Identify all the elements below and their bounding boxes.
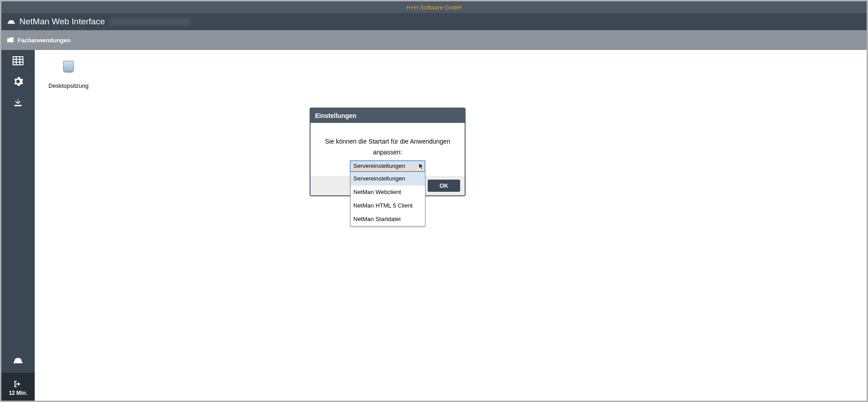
start-type-select[interactable]: Servereinstellungen: [350, 161, 425, 172]
ok-button[interactable]: OK: [428, 180, 460, 192]
sidebar-item-grid[interactable]: [1, 56, 35, 65]
app-root: H+H Software GmbH NetMan Web Interface F…: [1, 1, 867, 401]
dialog-title: Einstellungen: [311, 108, 465, 123]
app-logo-icon: [7, 18, 16, 25]
logout-timer: 12 Min.: [9, 390, 27, 396]
select-value: Servereinstellungen: [353, 161, 405, 171]
desktop-session-icon: [63, 61, 74, 72]
folder-icon: [7, 37, 14, 43]
dropdown-option-webclient[interactable]: NetMan Webclient: [351, 185, 425, 199]
dropdown-option-startdatei[interactable]: NetMan Startdatei: [351, 212, 425, 226]
sidebar-item-session[interactable]: [1, 348, 35, 373]
start-type-select-wrap: Servereinstellungen Servereinstellungen …: [350, 161, 425, 172]
company-name: H+H Software GmbH: [407, 4, 461, 11]
sidebar-item-download[interactable]: [1, 98, 35, 108]
dialog-body: Sie können die Startart für die Anwendun…: [311, 123, 465, 176]
start-type-dropdown: Servereinstellungen NetMan Webclient Net…: [350, 172, 425, 226]
sidebar: 12 Min.: [1, 50, 35, 401]
svg-rect-6: [14, 105, 22, 106]
logout-icon: [14, 380, 23, 388]
dropdown-option-html5client[interactable]: NetMan HTML 5 Client: [351, 199, 425, 212]
shortcut-desktopsitzung[interactable]: Desktopsitzung: [44, 61, 93, 89]
grid-icon: [13, 56, 23, 65]
dialog-message-line2: anpassen:: [320, 147, 456, 158]
sidebar-item-logout[interactable]: 12 Min.: [1, 373, 35, 401]
sidebar-item-settings[interactable]: [1, 76, 35, 87]
gear-icon: [13, 76, 23, 87]
app-title-secondary-blurred: [110, 18, 191, 25]
svg-rect-1: [13, 57, 23, 65]
company-bar: H+H Software GmbH: [1, 1, 867, 13]
breadcrumb-bar: Fachanwendungen: [1, 30, 867, 50]
content-area: Desktopsitzung Einstellungen Sie können …: [35, 50, 867, 401]
session-icon: [13, 356, 23, 364]
svg-rect-0: [8, 23, 15, 24]
cursor-icon: [419, 163, 424, 170]
dialog-message-line1: Sie können die Startart für die Anwendun…: [320, 136, 456, 147]
dropdown-option-servereinstellungen[interactable]: Servereinstellungen: [351, 172, 425, 185]
breadcrumb-label: Fachanwendungen: [18, 37, 71, 44]
title-bar: NetMan Web Interface: [1, 13, 867, 30]
download-icon: [13, 98, 23, 108]
svg-rect-7: [14, 362, 23, 363]
shortcut-label: Desktopsitzung: [49, 82, 89, 89]
settings-dialog: Einstellungen Sie können die Startart fü…: [310, 108, 466, 196]
app-title: NetMan Web Interface: [19, 17, 105, 27]
sidebar-top: [1, 50, 35, 348]
sidebar-bottom: 12 Min.: [1, 348, 35, 401]
main-area: 12 Min. Desktopsitzung Einstellungen Sie…: [1, 50, 867, 401]
